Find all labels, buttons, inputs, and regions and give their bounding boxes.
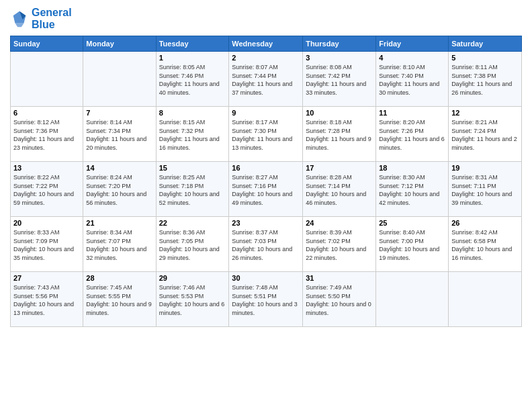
- sunset-text: Sunset: 7:46 PM: [159, 73, 204, 79]
- calendar-cell: 13 Sunrise: 8:22 AM Sunset: 7:22 PM Dayl…: [11, 162, 83, 217]
- sunrise-text: Sunrise: 7:49 AM: [306, 284, 352, 291]
- day-info: Sunrise: 8:15 AM Sunset: 7:32 PM Dayligh…: [159, 118, 226, 152]
- day-info: Sunrise: 8:17 AM Sunset: 7:30 PM Dayligh…: [232, 118, 300, 152]
- day-number: 22: [159, 219, 226, 227]
- sunset-text: Sunset: 7:12 PM: [379, 183, 424, 189]
- calendar-cell: 1 Sunrise: 8:05 AM Sunset: 7:46 PM Dayli…: [156, 52, 229, 107]
- calendar-cell: 30 Sunrise: 7:48 AM Sunset: 5:51 PM Dayl…: [229, 272, 303, 327]
- day-number: 5: [451, 54, 519, 62]
- day-info: Sunrise: 8:22 AM Sunset: 7:22 PM Dayligh…: [13, 173, 80, 207]
- day-number: 11: [379, 109, 445, 117]
- sunrise-text: Sunrise: 8:28 AM: [306, 174, 352, 181]
- calendar-week-row: 27 Sunrise: 7:43 AM Sunset: 5:56 PM Dayl…: [11, 272, 522, 327]
- sunset-text: Sunset: 7:20 PM: [86, 183, 131, 189]
- calendar-week-row: 13 Sunrise: 8:22 AM Sunset: 7:22 PM Dayl…: [11, 162, 522, 217]
- day-info: Sunrise: 8:14 AM Sunset: 7:34 PM Dayligh…: [86, 118, 152, 152]
- day-number: 4: [379, 54, 445, 62]
- calendar-cell: 3 Sunrise: 8:08 AM Sunset: 7:42 PM Dayli…: [303, 52, 376, 107]
- daylight-text: Daylight: 10 hours and 29 minutes.: [159, 246, 220, 261]
- day-info: Sunrise: 8:39 AM Sunset: 7:02 PM Dayligh…: [306, 228, 373, 262]
- day-number: 13: [13, 164, 80, 172]
- sunrise-text: Sunrise: 8:24 AM: [86, 174, 132, 181]
- day-info: Sunrise: 8:11 AM Sunset: 7:38 PM Dayligh…: [451, 63, 519, 97]
- daylight-text: Daylight: 11 hours and 9 minutes.: [306, 136, 371, 151]
- calendar-cell: 6 Sunrise: 8:12 AM Sunset: 7:36 PM Dayli…: [11, 107, 83, 162]
- calendar-body: 1 Sunrise: 8:05 AM Sunset: 7:46 PM Dayli…: [11, 52, 522, 327]
- day-number: 3: [306, 54, 373, 62]
- day-number: 31: [306, 274, 373, 282]
- calendar-cell: 4 Sunrise: 8:10 AM Sunset: 7:40 PM Dayli…: [376, 52, 449, 107]
- daylight-text: Daylight: 10 hours and 26 minutes.: [232, 246, 292, 261]
- header: General Blue: [10, 7, 522, 30]
- sunset-text: Sunset: 7:36 PM: [13, 128, 58, 134]
- calendar-week-row: 1 Sunrise: 8:05 AM Sunset: 7:46 PM Dayli…: [11, 52, 522, 107]
- sunrise-text: Sunrise: 7:46 AM: [159, 284, 206, 291]
- day-info: Sunrise: 8:21 AM Sunset: 7:24 PM Dayligh…: [451, 118, 519, 152]
- day-info: Sunrise: 7:49 AM Sunset: 5:50 PM Dayligh…: [306, 283, 373, 317]
- sunset-text: Sunset: 7:26 PM: [379, 128, 424, 134]
- sunset-text: Sunset: 7:16 PM: [232, 183, 277, 189]
- day-info: Sunrise: 8:30 AM Sunset: 7:12 PM Dayligh…: [379, 173, 445, 207]
- calendar-cell: 26 Sunrise: 8:42 AM Sunset: 6:58 PM Dayl…: [449, 217, 522, 272]
- sunrise-text: Sunrise: 8:25 AM: [159, 174, 206, 181]
- calendar-cell: [83, 52, 156, 107]
- sunset-text: Sunset: 5:55 PM: [86, 293, 131, 300]
- day-number: 6: [13, 109, 80, 117]
- day-info: Sunrise: 8:18 AM Sunset: 7:28 PM Dayligh…: [306, 118, 373, 152]
- calendar-cell: [11, 52, 83, 107]
- sunset-text: Sunset: 5:50 PM: [306, 293, 351, 300]
- sunset-text: Sunset: 7:11 PM: [451, 183, 496, 189]
- day-number: 25: [379, 219, 445, 227]
- calendar-cell: 14 Sunrise: 8:24 AM Sunset: 7:20 PM Dayl…: [83, 162, 156, 217]
- day-number: 10: [306, 109, 373, 117]
- sunset-text: Sunset: 7:18 PM: [159, 183, 204, 189]
- day-number: 29: [159, 274, 226, 282]
- calendar-week-row: 20 Sunrise: 8:33 AM Sunset: 7:09 PM Dayl…: [11, 217, 522, 272]
- logo: General Blue: [10, 7, 72, 30]
- sunset-text: Sunset: 7:38 PM: [451, 73, 496, 79]
- sunset-text: Sunset: 7:02 PM: [306, 238, 351, 244]
- calendar-cell: [376, 272, 449, 327]
- calendar-cell: 27 Sunrise: 7:43 AM Sunset: 5:56 PM Dayl…: [11, 272, 83, 327]
- daylight-text: Daylight: 10 hours and 9 minutes.: [86, 301, 152, 316]
- sunrise-text: Sunrise: 8:33 AM: [13, 229, 60, 236]
- sunrise-text: Sunrise: 7:43 AM: [13, 284, 60, 291]
- calendar-cell: 5 Sunrise: 8:11 AM Sunset: 7:38 PM Dayli…: [449, 52, 522, 107]
- day-number: 30: [232, 274, 300, 282]
- daylight-text: Daylight: 10 hours and 49 minutes.: [232, 191, 292, 206]
- sunset-text: Sunset: 7:07 PM: [86, 238, 131, 244]
- sunset-text: Sunset: 7:32 PM: [159, 128, 204, 134]
- daylight-text: Daylight: 11 hours and 6 minutes.: [379, 136, 445, 151]
- sunset-text: Sunset: 7:24 PM: [451, 128, 496, 134]
- daylight-text: Daylight: 10 hours and 22 minutes.: [306, 246, 366, 261]
- calendar-cell: 31 Sunrise: 7:49 AM Sunset: 5:50 PM Dayl…: [303, 272, 376, 327]
- daylight-text: Daylight: 11 hours and 16 minutes.: [159, 136, 220, 151]
- daylight-text: Daylight: 10 hours and 19 minutes.: [379, 246, 439, 261]
- calendar-cell: 21 Sunrise: 8:34 AM Sunset: 7:07 PM Dayl…: [83, 217, 156, 272]
- sunset-text: Sunset: 7:05 PM: [159, 238, 204, 244]
- calendar-cell: 18 Sunrise: 8:30 AM Sunset: 7:12 PM Dayl…: [376, 162, 449, 217]
- day-info: Sunrise: 8:07 AM Sunset: 7:44 PM Dayligh…: [232, 63, 300, 97]
- day-info: Sunrise: 8:05 AM Sunset: 7:46 PM Dayligh…: [159, 63, 226, 97]
- day-info: Sunrise: 8:08 AM Sunset: 7:42 PM Dayligh…: [306, 63, 373, 97]
- daylight-text: Daylight: 11 hours and 37 minutes.: [232, 81, 292, 96]
- calendar-header: Sunday Monday Tuesday Wednesday Thursday…: [11, 36, 522, 52]
- day-info: Sunrise: 8:27 AM Sunset: 7:16 PM Dayligh…: [232, 173, 300, 207]
- daylight-text: Daylight: 10 hours and 6 minutes.: [159, 301, 225, 316]
- day-info: Sunrise: 8:31 AM Sunset: 7:11 PM Dayligh…: [451, 173, 519, 207]
- daylight-text: Daylight: 11 hours and 2 minutes.: [451, 136, 517, 151]
- day-number: 21: [86, 219, 152, 227]
- daylight-text: Daylight: 11 hours and 20 minutes.: [86, 136, 146, 151]
- calendar-cell: [449, 272, 522, 327]
- day-number: 12: [451, 109, 519, 117]
- sunrise-text: Sunrise: 8:21 AM: [451, 119, 498, 126]
- col-tuesday: Tuesday: [156, 36, 229, 52]
- daylight-text: Daylight: 10 hours and 42 minutes.: [379, 191, 439, 206]
- day-number: 28: [86, 274, 152, 282]
- weekday-row: Sunday Monday Tuesday Wednesday Thursday…: [11, 36, 522, 52]
- day-number: 9: [232, 109, 300, 117]
- day-info: Sunrise: 7:48 AM Sunset: 5:51 PM Dayligh…: [232, 283, 300, 317]
- day-number: 1: [159, 54, 226, 62]
- calendar-cell: 25 Sunrise: 8:40 AM Sunset: 7:00 PM Dayl…: [376, 217, 449, 272]
- calendar-cell: 8 Sunrise: 8:15 AM Sunset: 7:32 PM Dayli…: [156, 107, 229, 162]
